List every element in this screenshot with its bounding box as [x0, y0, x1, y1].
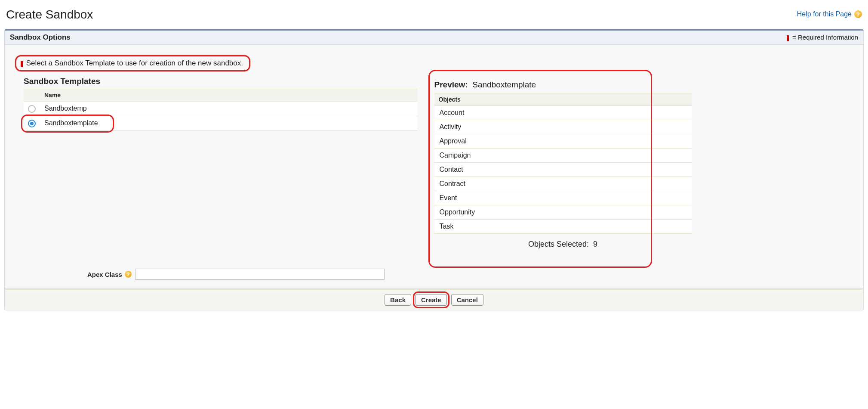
apex-class-input[interactable]: [135, 269, 385, 280]
table-row: Contract: [434, 177, 692, 191]
required-info-text: = Required Information: [792, 34, 858, 41]
object-cell: Approval: [434, 134, 692, 149]
sandbox-options-panel: Sandbox Options = Required Information S…: [4, 29, 864, 289]
table-row: Contact: [434, 163, 692, 177]
templates-name-header: Name: [40, 89, 417, 102]
create-button[interactable]: Create: [416, 294, 447, 306]
panel-body: Select a Sandbox Template to use for cre…: [5, 45, 863, 288]
help-icon[interactable]: ?: [125, 271, 132, 278]
templates-heading: Sandbox Templates: [24, 77, 417, 86]
template-name-cell: Sandboxtemp: [40, 102, 417, 116]
table-row[interactable]: Sandboxtemp: [24, 102, 417, 116]
preview-name: Sandboxtemplate: [472, 80, 536, 89]
help-link-text: Help for this Page: [797, 10, 852, 18]
templates-radio-header: [24, 89, 40, 102]
section-title: Sandbox Options: [10, 33, 71, 42]
object-cell: Contract: [434, 177, 692, 191]
back-button[interactable]: Back: [385, 294, 411, 306]
object-cell: Task: [434, 220, 692, 234]
help-link[interactable]: Help for this Page ?: [797, 8, 862, 18]
table-row: Campaign: [434, 149, 692, 163]
instruction-highlight: Select a Sandbox Template to use for cre…: [15, 55, 250, 71]
objects-selected-row: Objects Selected: 9: [434, 234, 692, 251]
required-indicator-icon: [787, 35, 789, 41]
templates-table: Name Sandboxtemp: [24, 89, 417, 131]
object-cell: Activity: [434, 120, 692, 134]
object-cell: Account: [434, 106, 692, 120]
template-radio[interactable]: [28, 105, 36, 113]
table-row: Task: [434, 220, 692, 234]
page-title: Create Sandbox: [6, 8, 93, 22]
apex-class-label: Apex Class: [87, 271, 122, 278]
template-radio[interactable]: [28, 120, 36, 127]
instruction-text: Select a Sandbox Template to use for cre…: [26, 59, 243, 67]
object-cell: Contact: [434, 163, 692, 177]
help-icon: ?: [854, 10, 862, 18]
table-row: Opportunity: [434, 205, 692, 220]
apex-class-row: Apex Class ?: [10, 269, 858, 280]
object-cell: Opportunity: [434, 205, 692, 220]
page-header: Create Sandbox Help for this Page ?: [4, 3, 864, 29]
table-row: Account: [434, 106, 692, 120]
objects-selected-label: Objects Selected:: [528, 240, 589, 248]
cancel-button[interactable]: Cancel: [451, 294, 483, 306]
object-cell: Campaign: [434, 149, 692, 163]
footer-button-bar: Back Create Cancel: [4, 289, 864, 310]
table-row: Activity: [434, 120, 692, 134]
table-row: Event: [434, 191, 692, 205]
required-indicator-icon: [21, 61, 23, 67]
table-row[interactable]: Sandboxtemplate: [24, 116, 417, 130]
objects-header: Objects: [434, 93, 692, 106]
templates-column: Sandbox Templates Name Sandbo: [10, 77, 417, 131]
template-name-cell: Sandboxtemplate: [40, 116, 417, 130]
table-row: Approval: [434, 134, 692, 149]
required-info-legend: = Required Information: [787, 34, 858, 41]
objects-table: Objects Account Activity Approval Campai…: [434, 93, 692, 234]
section-header: Sandbox Options = Required Information: [5, 31, 863, 45]
preview-column: Preview: Sandboxtemplate Objects Account…: [417, 77, 858, 254]
preview-label: Preview:: [434, 80, 468, 89]
objects-selected-count: 9: [593, 240, 597, 248]
preview-title-row: Preview: Sandboxtemplate: [434, 80, 858, 90]
object-cell: Event: [434, 191, 692, 205]
